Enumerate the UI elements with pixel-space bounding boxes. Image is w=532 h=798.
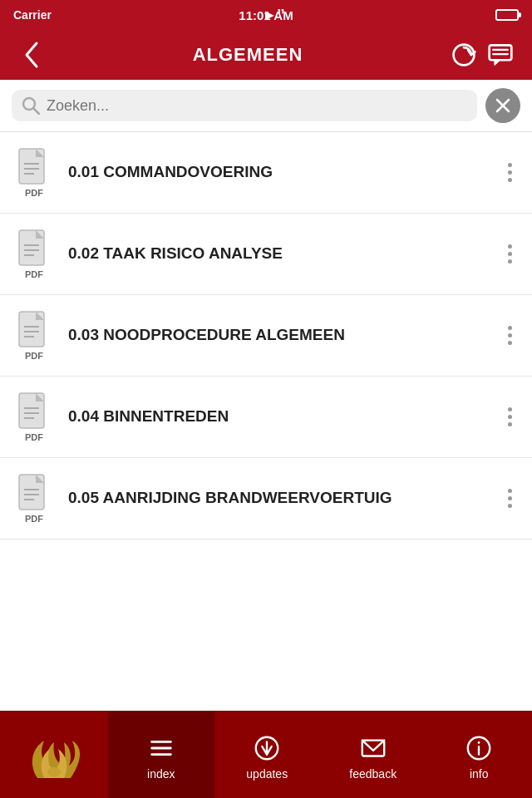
nav-item-updates[interactable]: updates — [214, 712, 321, 798]
pdf-icon-wrap: PDF — [13, 392, 55, 442]
bottom-nav: index updates feedback info — [0, 711, 532, 798]
list-item[interactable]: PDF 0.04 BINNENTREDEN — [0, 377, 532, 458]
svg-point-37 — [478, 741, 480, 743]
status-bar: Carrier ►’’ 11:01 AM — [0, 0, 532, 30]
pdf-file-icon — [17, 229, 51, 267]
pdf-label: PDF — [25, 188, 43, 198]
pdf-icon-wrap: PDF — [13, 310, 55, 361]
item-title: 0.04 BINNENTREDEN — [68, 406, 488, 427]
info-icon — [465, 734, 493, 762]
clear-search-button[interactable] — [485, 88, 520, 123]
more-dots-icon — [508, 489, 512, 508]
nav-label-updates: updates — [246, 767, 288, 781]
svg-point-28 — [47, 767, 61, 777]
logo-icon — [21, 724, 87, 791]
nav-label-feedback: feedback — [349, 767, 397, 781]
list-item[interactable]: PDF 0.05 AANRIJDING BRANDWEERVOERTUIG — [0, 458, 532, 539]
search-input-wrap — [12, 90, 477, 121]
battery-area — [495, 9, 519, 21]
search-input[interactable] — [47, 97, 467, 115]
header: ALGEMEEN — [0, 30, 532, 80]
logo-area — [0, 712, 108, 798]
more-options-button[interactable] — [501, 238, 519, 270]
index-icon — [147, 734, 175, 762]
battery-icon — [495, 9, 519, 21]
nav-label-index: index — [147, 767, 175, 781]
nav-items: index updates feedback info — [108, 712, 532, 798]
more-options-button[interactable] — [501, 482, 519, 515]
document-list: PDF 0.01 COMMANDOVOERING PDF 0.02 TAAK R… — [0, 132, 532, 711]
pdf-icon-wrap: PDF — [13, 229, 55, 279]
nav-item-feedback[interactable]: feedback — [320, 712, 426, 798]
carrier-label: Carrier — [13, 8, 52, 22]
item-title: 0.03 NOODPROCEDURE ALGEMEEN — [68, 325, 488, 346]
more-options-button[interactable] — [501, 156, 519, 189]
pdf-label: PDF — [25, 269, 43, 279]
svg-rect-1 — [490, 45, 512, 60]
pdf-label: PDF — [25, 432, 43, 442]
feedback-icon — [359, 734, 387, 762]
more-options-button[interactable] — [501, 319, 519, 352]
chat-button[interactable] — [482, 37, 519, 73]
svg-line-5 — [34, 109, 40, 115]
pdf-file-icon — [17, 310, 51, 348]
more-dots-icon — [508, 244, 512, 264]
more-options-button[interactable] — [501, 401, 519, 433]
list-item[interactable]: PDF 0.02 TAAK RISICO ANALYSE — [0, 214, 532, 295]
item-title: 0.01 COMMANDOVOERING — [68, 162, 488, 183]
more-dots-icon — [508, 407, 512, 426]
back-arrow-icon — [22, 40, 42, 70]
more-dots-icon — [508, 326, 512, 345]
list-item[interactable]: PDF 0.03 NOODPROCEDURE ALGEMEEN — [0, 295, 532, 377]
search-bar — [0, 80, 532, 132]
nav-item-index[interactable]: index — [108, 712, 214, 798]
chat-icon — [487, 42, 514, 68]
time-label: 11:01 AM — [239, 8, 293, 22]
item-title: 0.02 TAAK RISICO ANALYSE — [68, 244, 488, 264]
more-dots-icon — [508, 163, 512, 182]
refresh-button[interactable] — [446, 37, 482, 73]
pdf-file-icon — [17, 147, 51, 185]
pdf-label: PDF — [25, 514, 43, 524]
item-title: 0.05 AANRIJDING BRANDWEERVOERTUIG — [68, 488, 488, 509]
pdf-file-icon — [17, 473, 51, 511]
search-icon — [22, 96, 40, 115]
pdf-file-icon — [17, 392, 51, 430]
pdf-label: PDF — [25, 351, 43, 361]
list-item[interactable]: PDF 0.01 COMMANDOVOERING — [0, 132, 532, 214]
pdf-icon-wrap: PDF — [13, 473, 55, 524]
refresh-icon — [451, 42, 477, 68]
back-button[interactable] — [13, 37, 50, 73]
page-title: ALGEMEEN — [50, 44, 446, 66]
nav-label-info: info — [470, 767, 489, 781]
clear-icon — [494, 96, 512, 115]
updates-icon — [253, 734, 281, 762]
pdf-icon-wrap: PDF — [13, 147, 55, 198]
nav-item-info[interactable]: info — [426, 712, 533, 798]
